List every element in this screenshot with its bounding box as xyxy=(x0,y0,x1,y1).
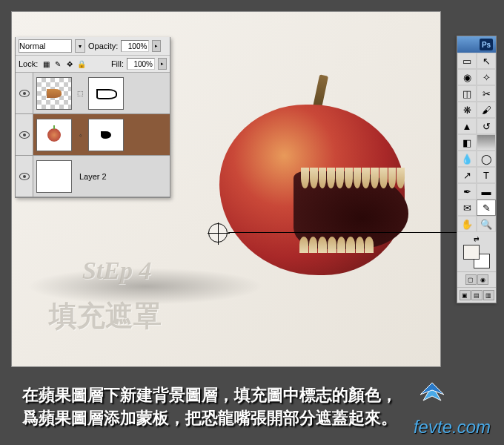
layer-row-teeth[interactable]: ⬚ xyxy=(16,73,170,114)
healing-brush-tool[interactable]: ❋ xyxy=(457,102,477,118)
opacity-input[interactable] xyxy=(121,40,149,52)
blend-mode-select[interactable] xyxy=(19,39,72,53)
foreground-color-swatch[interactable] xyxy=(463,245,480,260)
layer-row-background[interactable]: Layer 2 xyxy=(16,156,170,197)
lasso-tool[interactable]: ◉ xyxy=(457,69,477,85)
fill-label: Fill: xyxy=(111,59,124,68)
layer-thumbnail[interactable] xyxy=(36,119,72,151)
type-tool[interactable]: T xyxy=(477,167,496,183)
apple-composite-image xyxy=(205,75,420,290)
opacity-flyout-icon[interactable]: ▸ xyxy=(152,40,161,52)
swap-colors-icon[interactable]: ⇄ xyxy=(474,235,480,243)
gradient-tool[interactable] xyxy=(477,134,496,151)
tools-panel: Ps ▭ ↖ ◉ ✧ ◫ ✂ ❋ 🖌 ▲ ↺ ◧ 💧 ◯ ↗ T ✒ ▬ ✉ ✎… xyxy=(457,36,497,303)
zoom-tool[interactable]: 🔍 xyxy=(477,216,496,232)
fill-flyout-icon[interactable]: ▸ xyxy=(158,58,167,70)
watermark-step: StEp 4 xyxy=(82,257,152,285)
history-brush-tool[interactable]: ↺ xyxy=(477,118,496,134)
lock-label: Lock: xyxy=(19,59,38,68)
clone-stamp-tool[interactable]: ▲ xyxy=(457,118,477,134)
eraser-tool[interactable]: ◧ xyxy=(457,134,477,151)
fill-input[interactable] xyxy=(127,58,155,70)
tools-panel-header[interactable]: Ps xyxy=(457,36,496,53)
path-selection-tool[interactable]: ↗ xyxy=(457,167,477,183)
screen-mode-standard[interactable]: ▣ xyxy=(460,290,471,300)
visibility-toggle-icon[interactable] xyxy=(19,131,30,139)
blur-tool[interactable]: 💧 xyxy=(457,151,477,167)
visibility-toggle-icon[interactable] xyxy=(19,90,30,97)
blend-mode-dropdown-icon[interactable]: ▾ xyxy=(75,39,85,53)
magic-wand-tool[interactable]: ✧ xyxy=(477,69,496,85)
watermark-title: 填充遮罩 xyxy=(49,297,162,335)
slice-tool[interactable]: ✂ xyxy=(477,85,496,102)
dodge-tool[interactable]: ◯ xyxy=(477,151,496,167)
lock-transparency-icon[interactable]: ▦ xyxy=(41,59,51,69)
brush-tool[interactable]: 🖌 xyxy=(477,102,496,118)
marquee-tool[interactable]: ▭ xyxy=(457,53,477,69)
visibility-toggle-icon[interactable] xyxy=(19,173,30,180)
eyedropper-crosshair[interactable] xyxy=(208,223,228,243)
screen-mode-full[interactable]: ▥ xyxy=(483,290,494,300)
quickmask-mode-button[interactable]: ◉ xyxy=(477,274,488,285)
move-tool[interactable]: ↖ xyxy=(477,53,496,69)
opacity-label: Opacity: xyxy=(88,42,118,50)
site-url: fevte.com xyxy=(414,417,491,438)
hand-tool[interactable]: ✋ xyxy=(457,216,477,232)
layer-thumbnail[interactable] xyxy=(36,160,72,193)
mask-link-icon[interactable]: ⬚ xyxy=(75,77,85,110)
caption-line-1: 在蘋果圖層下新建背景圖層，填充圖中標志的顏色， xyxy=(22,384,482,407)
layers-panel: ▾ Opacity: ▸ Lock: ▦ ✎ ✥ 🔒 Fill: ▸ ⬚ xyxy=(15,37,170,198)
layer-name-label[interactable]: Layer 2 xyxy=(75,172,107,181)
layer-thumbnail[interactable] xyxy=(36,77,72,110)
layer-mask-thumbnail[interactable] xyxy=(88,77,124,110)
notes-tool[interactable]: ✉ xyxy=(457,200,477,216)
layer-mask-thumbnail[interactable] xyxy=(88,119,124,151)
teeth-lower xyxy=(299,237,374,253)
shape-tool[interactable]: ▬ xyxy=(477,183,496,200)
color-swatches[interactable] xyxy=(463,245,490,268)
lock-all-icon[interactable]: 🔒 xyxy=(76,59,87,69)
layer-row-apple[interactable]: ⬨ xyxy=(16,114,170,156)
screen-mode-full-menu[interactable]: ▤ xyxy=(471,290,483,300)
lock-image-icon[interactable]: ✎ xyxy=(53,59,63,69)
photoshop-logo-icon: Ps xyxy=(480,39,493,50)
pen-tool[interactable]: ✒ xyxy=(457,183,477,200)
mask-link-icon[interactable]: ⬨ xyxy=(75,119,85,151)
eyedropper-guideline xyxy=(228,232,458,233)
teeth-upper xyxy=(301,168,405,188)
layers-list: ⬚ ⬨ Layer 2 xyxy=(16,73,170,197)
crop-tool[interactable]: ◫ xyxy=(457,85,477,102)
eyedropper-tool[interactable]: ✎ xyxy=(477,200,496,216)
lock-position-icon[interactable]: ✥ xyxy=(64,59,75,69)
standard-mode-button[interactable]: ▢ xyxy=(465,274,477,285)
site-logo-icon xyxy=(416,380,448,406)
